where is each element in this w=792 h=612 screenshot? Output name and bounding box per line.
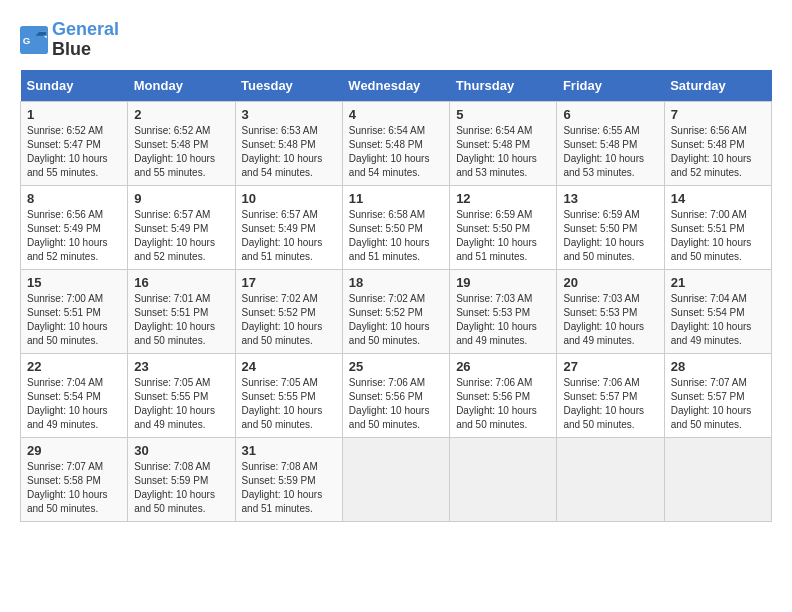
day-number: 22 bbox=[27, 359, 121, 374]
calendar-cell: 16Sunrise: 7:01 AM Sunset: 5:51 PM Dayli… bbox=[128, 269, 235, 353]
day-info: Sunrise: 7:02 AM Sunset: 5:52 PM Dayligh… bbox=[349, 292, 443, 348]
calendar-cell: 23Sunrise: 7:05 AM Sunset: 5:55 PM Dayli… bbox=[128, 353, 235, 437]
calendar-cell: 7Sunrise: 6:56 AM Sunset: 5:48 PM Daylig… bbox=[664, 101, 771, 185]
day-number: 8 bbox=[27, 191, 121, 206]
calendar-cell: 14Sunrise: 7:00 AM Sunset: 5:51 PM Dayli… bbox=[664, 185, 771, 269]
day-info: Sunrise: 7:08 AM Sunset: 5:59 PM Dayligh… bbox=[242, 460, 336, 516]
day-number: 27 bbox=[563, 359, 657, 374]
calendar-week-2: 8Sunrise: 6:56 AM Sunset: 5:49 PM Daylig… bbox=[21, 185, 772, 269]
day-info: Sunrise: 6:57 AM Sunset: 5:49 PM Dayligh… bbox=[134, 208, 228, 264]
day-number: 28 bbox=[671, 359, 765, 374]
logo-icon: G bbox=[20, 26, 48, 54]
calendar-cell: 27Sunrise: 7:06 AM Sunset: 5:57 PM Dayli… bbox=[557, 353, 664, 437]
day-number: 2 bbox=[134, 107, 228, 122]
day-number: 11 bbox=[349, 191, 443, 206]
calendar-cell: 17Sunrise: 7:02 AM Sunset: 5:52 PM Dayli… bbox=[235, 269, 342, 353]
day-info: Sunrise: 7:04 AM Sunset: 5:54 PM Dayligh… bbox=[27, 376, 121, 432]
day-number: 3 bbox=[242, 107, 336, 122]
calendar-cell: 29Sunrise: 7:07 AM Sunset: 5:58 PM Dayli… bbox=[21, 437, 128, 521]
calendar-cell: 22Sunrise: 7:04 AM Sunset: 5:54 PM Dayli… bbox=[21, 353, 128, 437]
day-info: Sunrise: 7:00 AM Sunset: 5:51 PM Dayligh… bbox=[27, 292, 121, 348]
day-info: Sunrise: 7:02 AM Sunset: 5:52 PM Dayligh… bbox=[242, 292, 336, 348]
logo: G GeneralBlue bbox=[20, 20, 119, 60]
day-info: Sunrise: 7:08 AM Sunset: 5:59 PM Dayligh… bbox=[134, 460, 228, 516]
weekday-header-monday: Monday bbox=[128, 70, 235, 102]
day-info: Sunrise: 7:05 AM Sunset: 5:55 PM Dayligh… bbox=[134, 376, 228, 432]
calendar-body: 1Sunrise: 6:52 AM Sunset: 5:47 PM Daylig… bbox=[21, 101, 772, 521]
day-number: 31 bbox=[242, 443, 336, 458]
calendar-cell: 6Sunrise: 6:55 AM Sunset: 5:48 PM Daylig… bbox=[557, 101, 664, 185]
calendar-cell: 12Sunrise: 6:59 AM Sunset: 5:50 PM Dayli… bbox=[450, 185, 557, 269]
calendar-cell: 8Sunrise: 6:56 AM Sunset: 5:49 PM Daylig… bbox=[21, 185, 128, 269]
day-number: 18 bbox=[349, 275, 443, 290]
day-number: 10 bbox=[242, 191, 336, 206]
day-info: Sunrise: 6:59 AM Sunset: 5:50 PM Dayligh… bbox=[563, 208, 657, 264]
day-number: 12 bbox=[456, 191, 550, 206]
calendar-cell: 10Sunrise: 6:57 AM Sunset: 5:49 PM Dayli… bbox=[235, 185, 342, 269]
calendar-cell: 13Sunrise: 6:59 AM Sunset: 5:50 PM Dayli… bbox=[557, 185, 664, 269]
weekday-header-thursday: Thursday bbox=[450, 70, 557, 102]
calendar-cell: 5Sunrise: 6:54 AM Sunset: 5:48 PM Daylig… bbox=[450, 101, 557, 185]
day-info: Sunrise: 6:53 AM Sunset: 5:48 PM Dayligh… bbox=[242, 124, 336, 180]
day-info: Sunrise: 6:56 AM Sunset: 5:49 PM Dayligh… bbox=[27, 208, 121, 264]
calendar-cell: 21Sunrise: 7:04 AM Sunset: 5:54 PM Dayli… bbox=[664, 269, 771, 353]
calendar-cell bbox=[450, 437, 557, 521]
svg-text:G: G bbox=[23, 35, 31, 46]
calendar-week-5: 29Sunrise: 7:07 AM Sunset: 5:58 PM Dayli… bbox=[21, 437, 772, 521]
day-info: Sunrise: 6:54 AM Sunset: 5:48 PM Dayligh… bbox=[349, 124, 443, 180]
calendar-cell: 11Sunrise: 6:58 AM Sunset: 5:50 PM Dayli… bbox=[342, 185, 449, 269]
calendar-cell: 24Sunrise: 7:05 AM Sunset: 5:55 PM Dayli… bbox=[235, 353, 342, 437]
day-number: 21 bbox=[671, 275, 765, 290]
calendar-cell: 26Sunrise: 7:06 AM Sunset: 5:56 PM Dayli… bbox=[450, 353, 557, 437]
weekday-header-sunday: Sunday bbox=[21, 70, 128, 102]
day-number: 26 bbox=[456, 359, 550, 374]
day-info: Sunrise: 7:04 AM Sunset: 5:54 PM Dayligh… bbox=[671, 292, 765, 348]
calendar-cell: 15Sunrise: 7:00 AM Sunset: 5:51 PM Dayli… bbox=[21, 269, 128, 353]
calendar-week-3: 15Sunrise: 7:00 AM Sunset: 5:51 PM Dayli… bbox=[21, 269, 772, 353]
calendar-cell bbox=[557, 437, 664, 521]
calendar-cell: 9Sunrise: 6:57 AM Sunset: 5:49 PM Daylig… bbox=[128, 185, 235, 269]
day-number: 15 bbox=[27, 275, 121, 290]
weekday-header-tuesday: Tuesday bbox=[235, 70, 342, 102]
weekday-header-wednesday: Wednesday bbox=[342, 70, 449, 102]
day-number: 17 bbox=[242, 275, 336, 290]
day-number: 25 bbox=[349, 359, 443, 374]
day-info: Sunrise: 6:55 AM Sunset: 5:48 PM Dayligh… bbox=[563, 124, 657, 180]
day-info: Sunrise: 6:56 AM Sunset: 5:48 PM Dayligh… bbox=[671, 124, 765, 180]
day-info: Sunrise: 7:00 AM Sunset: 5:51 PM Dayligh… bbox=[671, 208, 765, 264]
day-number: 16 bbox=[134, 275, 228, 290]
day-info: Sunrise: 7:03 AM Sunset: 5:53 PM Dayligh… bbox=[563, 292, 657, 348]
calendar-table: SundayMondayTuesdayWednesdayThursdayFrid… bbox=[20, 70, 772, 522]
day-number: 20 bbox=[563, 275, 657, 290]
day-number: 30 bbox=[134, 443, 228, 458]
logo-text: GeneralBlue bbox=[52, 20, 119, 60]
day-number: 6 bbox=[563, 107, 657, 122]
day-info: Sunrise: 7:07 AM Sunset: 5:58 PM Dayligh… bbox=[27, 460, 121, 516]
day-info: Sunrise: 7:06 AM Sunset: 5:57 PM Dayligh… bbox=[563, 376, 657, 432]
calendar-cell: 31Sunrise: 7:08 AM Sunset: 5:59 PM Dayli… bbox=[235, 437, 342, 521]
calendar-cell: 25Sunrise: 7:06 AM Sunset: 5:56 PM Dayli… bbox=[342, 353, 449, 437]
day-number: 1 bbox=[27, 107, 121, 122]
day-number: 19 bbox=[456, 275, 550, 290]
day-info: Sunrise: 7:01 AM Sunset: 5:51 PM Dayligh… bbox=[134, 292, 228, 348]
page-header: G GeneralBlue bbox=[20, 20, 772, 60]
day-info: Sunrise: 6:57 AM Sunset: 5:49 PM Dayligh… bbox=[242, 208, 336, 264]
calendar-cell: 30Sunrise: 7:08 AM Sunset: 5:59 PM Dayli… bbox=[128, 437, 235, 521]
weekday-header-saturday: Saturday bbox=[664, 70, 771, 102]
calendar-cell bbox=[342, 437, 449, 521]
day-number: 9 bbox=[134, 191, 228, 206]
calendar-cell: 1Sunrise: 6:52 AM Sunset: 5:47 PM Daylig… bbox=[21, 101, 128, 185]
day-number: 24 bbox=[242, 359, 336, 374]
weekday-header-friday: Friday bbox=[557, 70, 664, 102]
day-number: 7 bbox=[671, 107, 765, 122]
day-info: Sunrise: 7:06 AM Sunset: 5:56 PM Dayligh… bbox=[456, 376, 550, 432]
day-info: Sunrise: 7:06 AM Sunset: 5:56 PM Dayligh… bbox=[349, 376, 443, 432]
day-info: Sunrise: 7:05 AM Sunset: 5:55 PM Dayligh… bbox=[242, 376, 336, 432]
day-number: 29 bbox=[27, 443, 121, 458]
calendar-cell: 4Sunrise: 6:54 AM Sunset: 5:48 PM Daylig… bbox=[342, 101, 449, 185]
calendar-cell bbox=[664, 437, 771, 521]
day-info: Sunrise: 6:52 AM Sunset: 5:48 PM Dayligh… bbox=[134, 124, 228, 180]
day-info: Sunrise: 7:03 AM Sunset: 5:53 PM Dayligh… bbox=[456, 292, 550, 348]
calendar-cell: 18Sunrise: 7:02 AM Sunset: 5:52 PM Dayli… bbox=[342, 269, 449, 353]
calendar-cell: 20Sunrise: 7:03 AM Sunset: 5:53 PM Dayli… bbox=[557, 269, 664, 353]
